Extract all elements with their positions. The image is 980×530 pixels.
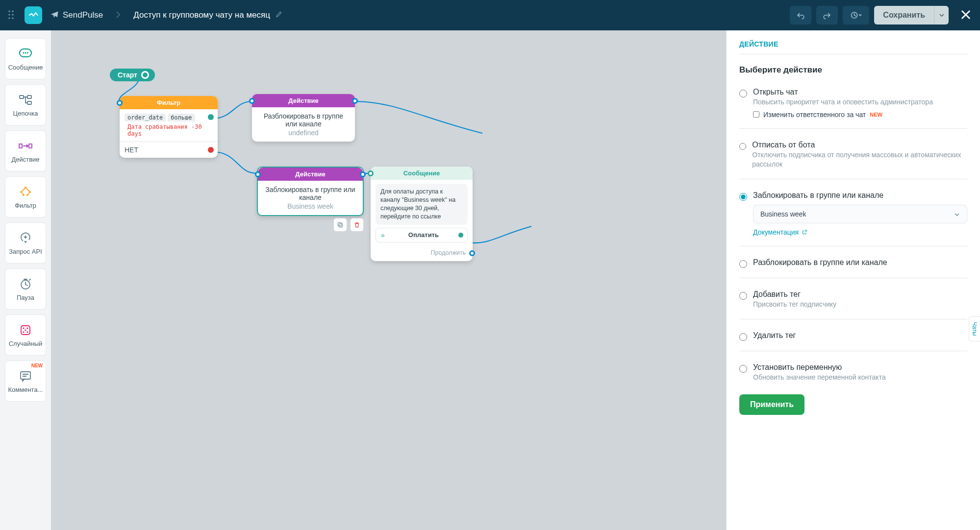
message-text: Для оплаты доступа к каналу "Business we… [376, 184, 468, 225]
port-in [368, 170, 374, 176]
radio-unsubscribe[interactable] [739, 143, 746, 150]
option-delete-tag[interactable]: Удалить тег [739, 327, 967, 343]
message-node[interactable]: Сообщение Для оплаты доступа к каналу "B… [371, 167, 473, 261]
menu-icon[interactable] [8, 9, 19, 22]
subopt-label: Изменить ответственного за чат [763, 111, 866, 119]
comment-icon [17, 369, 34, 383]
svg-point-10 [27, 52, 28, 53]
option-block[interactable]: Заблокировать в группе или канале Busine… [739, 187, 967, 238]
svg-rect-28 [21, 372, 30, 379]
svg-point-19 [23, 194, 25, 196]
svg-point-20 [26, 194, 28, 196]
chevron-right-icon: » [381, 231, 385, 239]
tool-api[interactable]: Запрос API [5, 222, 46, 264]
radio-add-tag[interactable] [739, 292, 747, 300]
action-title: Действие [295, 170, 325, 178]
filter-no-label: НЕТ [125, 146, 138, 154]
tool-message[interactable]: Сообщение [5, 38, 46, 79]
tool-label: Запрос API [9, 248, 42, 255]
radio-block[interactable] [739, 193, 747, 201]
radio-unblock[interactable] [739, 260, 747, 268]
option-desc: Повысить приоритет чата и оповестить адм… [753, 97, 933, 107]
svg-rect-29 [339, 224, 343, 227]
random-icon [17, 323, 34, 337]
action-node-block[interactable]: Действие Заблокировать в группе или кана… [257, 167, 364, 216]
undo-button[interactable] [790, 6, 811, 24]
option-unsubscribe[interactable]: Отписать от бота Отключить подписчика от… [739, 137, 967, 171]
message-button-label: Оплатить [385, 231, 462, 239]
flow-canvas[interactable]: Старт Фильтр order_date больше Дата сраб… [51, 30, 726, 530]
option-unblock[interactable]: Разблокировать в группе или канале [739, 254, 967, 270]
save-dropdown[interactable] [934, 6, 949, 24]
option-set-variable[interactable]: Установить переменную Обновить значение … [739, 359, 967, 384]
svg-point-26 [23, 331, 24, 333]
option-title: Удалить тег [753, 331, 796, 340]
action-text: Заблокировать в группе или канале [264, 186, 357, 201]
svg-point-27 [26, 331, 28, 333]
svg-point-0 [8, 10, 10, 12]
redo-button[interactable] [816, 6, 838, 24]
checkbox-change-responsible[interactable] [753, 111, 759, 118]
svg-rect-11 [20, 96, 24, 98]
edit-icon[interactable] [275, 10, 283, 21]
option-add-tag[interactable]: Добавить тег Присвоить тег подписчику [739, 286, 967, 311]
tool-random[interactable]: Случайный [5, 314, 46, 356]
tool-flow[interactable]: Цепочка [5, 84, 46, 125]
brand-name: SendPulse [63, 10, 103, 20]
tool-action[interactable]: Действие [5, 130, 46, 171]
documentation-link[interactable]: Документация [753, 228, 807, 236]
message-button[interactable]: » Оплатить [376, 228, 468, 242]
svg-point-8 [23, 52, 25, 53]
option-title: Отписать от бота [752, 141, 967, 149]
port-out [360, 171, 366, 177]
close-icon[interactable] [960, 9, 972, 21]
history-button[interactable] [843, 6, 869, 24]
properties-panel: ДЕЙСТВИЕ Выберите действие Открыть чат П… [726, 30, 980, 530]
action-node-unblock[interactable]: Действие Разблокировать в группе или кан… [252, 94, 355, 142]
apply-button[interactable]: Применить [739, 394, 804, 415]
option-title: Установить переменную [753, 363, 886, 372]
brand-link[interactable]: SendPulse [50, 10, 103, 21]
svg-point-23 [23, 327, 24, 329]
port-in [117, 100, 123, 106]
radio-delete-tag[interactable] [739, 333, 747, 341]
save-button[interactable]: Сохранить [874, 6, 934, 24]
action-sub: Business week [264, 202, 357, 210]
copy-node-button[interactable] [333, 218, 347, 232]
option-title: Разблокировать в группе или канале [753, 258, 887, 267]
filter-node[interactable]: Фильтр order_date больше Дата срабатыван… [120, 96, 218, 158]
option-open-chat[interactable]: Открыть чат Повысить приоритет чата и оп… [739, 84, 967, 120]
group-select[interactable]: Business week [753, 205, 967, 223]
port-out [352, 98, 358, 104]
port-out-no [208, 147, 214, 153]
tool-pause[interactable]: Пауза [5, 268, 46, 310]
svg-point-18 [29, 191, 31, 193]
port-out-yes [208, 114, 214, 120]
tool-label: Действие [11, 156, 39, 163]
panel-heading: ДЕЙСТВИЕ [739, 40, 967, 54]
start-label: Старт [118, 71, 137, 79]
svg-point-4 [12, 14, 13, 15]
start-node[interactable]: Старт [110, 69, 155, 81]
option-desc: Обновить значение переменной контакта [753, 373, 886, 382]
radio-set-variable[interactable] [739, 365, 747, 373]
element-palette: Сообщение Цепочка Действие Фильтр [0, 30, 51, 530]
option-desc: Отключить подписчика от получения массов… [752, 150, 967, 169]
chats-tab[interactable]: Чаты [969, 316, 980, 341]
message-title: Сообщение [403, 169, 440, 177]
port-in [249, 98, 255, 104]
svg-rect-12 [27, 96, 31, 98]
new-badge: NEW [870, 112, 882, 118]
svg-point-17 [20, 191, 22, 193]
message-icon [17, 47, 34, 61]
tool-filter[interactable]: Фильтр [5, 176, 46, 217]
radio-open-chat[interactable] [739, 90, 747, 97]
port-in [255, 171, 261, 177]
action-title: Действие [288, 97, 318, 104]
action-icon [17, 139, 34, 153]
filter-icon [17, 185, 34, 199]
logo-icon [25, 6, 42, 24]
delete-node-button[interactable] [350, 218, 364, 232]
tool-comment[interactable]: NEW Коммента... [5, 361, 46, 402]
filter-var: order_date [125, 114, 166, 121]
